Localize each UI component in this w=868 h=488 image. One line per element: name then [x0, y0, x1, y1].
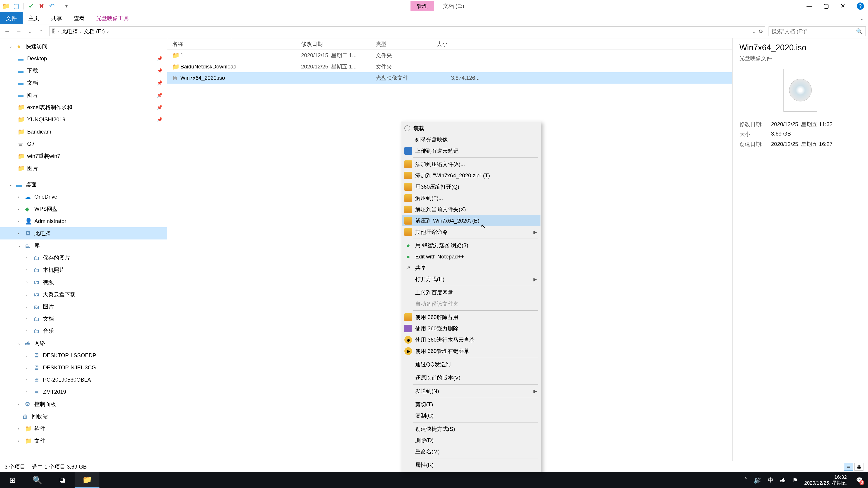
context-menu-item[interactable]: 用360压缩打开(Q) — [402, 181, 540, 193]
context-menu-item[interactable]: 解压到(F)... — [402, 193, 540, 204]
tab-home[interactable]: 主页 — [23, 12, 45, 24]
chevron-right-icon[interactable]: › — [107, 29, 109, 34]
context-menu-item[interactable]: 创建快捷方式(S) — [402, 423, 540, 435]
back-button[interactable]: ← — [2, 26, 12, 36]
chevron-right-icon[interactable]: › — [18, 438, 22, 443]
tree-files[interactable]: ›📁文件 — [0, 435, 167, 447]
properties-icon[interactable]: ▢ — [12, 2, 20, 10]
context-menu-item[interactable]: 发送到(N)▶ — [402, 385, 540, 397]
tree-libraries[interactable]: ⌄🗂库 — [0, 239, 167, 252]
file-row-selected[interactable]: 🗎 Win7x64_2020.iso 光盘映像文件 3,874,126... — [167, 72, 733, 84]
view-large-icons-button[interactable]: ▦ — [855, 463, 864, 470]
column-date[interactable]: 修改日期 — [301, 40, 376, 48]
taskbar-clock[interactable]: 16:32 2020/12/25, 星期五 — [804, 474, 847, 486]
chevron-right-icon[interactable]: › — [26, 292, 31, 297]
context-menu-item[interactable]: 删除(D) — [402, 435, 540, 446]
tree-item-g-drive[interactable]: 🖴G:\ — [0, 138, 167, 150]
search-icon[interactable]: 🔍 — [856, 28, 863, 35]
tree-recycle-bin[interactable]: 🗑回收站 — [0, 410, 167, 422]
volume-icon[interactable]: 🔊 — [754, 477, 762, 484]
file-row[interactable]: 📁 1 2020/12/15, 星期二 1... 文件夹 — [167, 50, 733, 61]
column-name[interactable]: 名称 — [172, 40, 301, 48]
context-menu-item[interactable]: 添加到 "Win7x64_2020.zip" (T) — [402, 170, 540, 181]
tree-net-pc2[interactable]: ›🖥DESKTOP-NJEU3CG — [0, 361, 167, 374]
undo-icon[interactable]: ↶ — [48, 2, 56, 10]
chevron-right-icon[interactable]: › — [26, 280, 31, 285]
context-menu-item[interactable]: ●用 蜂蜜浏览器 浏览(3) — [402, 240, 540, 251]
context-menu-item[interactable]: 添加到压缩文件(A)... — [402, 159, 540, 170]
column-size[interactable]: 大小 — [437, 40, 482, 48]
column-type[interactable]: 类型 — [376, 40, 437, 48]
context-menu-item[interactable]: 复制(C) — [402, 410, 540, 421]
breadcrumb-current[interactable]: 文档 (E:) — [83, 28, 105, 35]
file-row[interactable]: 📁 BaiduNetdiskDownload 2020/12/25, 星期五 1… — [167, 61, 733, 72]
network-icon[interactable]: 🖧 — [780, 477, 786, 484]
tree-item-pictures2[interactable]: 📁图片 — [0, 162, 167, 174]
tree-item-downloads[interactable]: ▬下载📌 — [0, 65, 167, 77]
chevron-right-icon[interactable]: › — [18, 195, 22, 199]
tree-net-pc3[interactable]: ›🖥PC-20190530OBLA — [0, 374, 167, 386]
chevron-down-icon[interactable]: ⌄ — [18, 243, 22, 248]
tree-net-pc1[interactable]: ›🖥DESKTOP-LSSOEDP — [0, 349, 167, 361]
context-menu-item[interactable]: 打开方式(H)▶ — [402, 273, 540, 285]
action-center-button[interactable]: 💬 3 — [853, 474, 866, 486]
search-button[interactable]: 🔍 — [25, 472, 50, 488]
chevron-right-icon[interactable]: › — [26, 256, 31, 260]
forward-button[interactable]: → — [13, 26, 24, 36]
context-menu-item[interactable]: ●Edit with Notepad++ — [402, 251, 540, 262]
chevron-right-icon[interactable]: › — [80, 29, 82, 34]
chevron-down-icon[interactable]: ⌄ — [9, 182, 13, 187]
close-button[interactable]: ✕ — [838, 2, 848, 10]
refresh-icon[interactable]: ⟳ — [759, 28, 763, 35]
tree-network[interactable]: ⌄🖧网络 — [0, 337, 167, 349]
tree-item-excel[interactable]: 📁excel表格制作求和📌 — [0, 101, 167, 113]
ime-icon[interactable]: 中 — [768, 477, 773, 484]
start-button[interactable]: ⊞ — [0, 472, 25, 488]
breadcrumb-dropdown-icon[interactable]: ⌄ — [752, 28, 756, 35]
context-menu-item[interactable]: 使用 360解除占用 — [402, 312, 540, 323]
chevron-right-icon[interactable]: › — [26, 304, 31, 309]
context-menu-item[interactable]: 剪切(T) — [402, 399, 540, 410]
tab-file[interactable]: 文件 — [0, 12, 23, 24]
context-menu-item[interactable]: 使用 360强力删除 — [402, 323, 540, 334]
context-menu-item[interactable]: ↗共享 — [402, 262, 540, 273]
check-icon[interactable]: ✔ — [27, 2, 35, 10]
tree-control-panel[interactable]: ›⚙控制面板 — [0, 398, 167, 410]
tree-item-bandicam[interactable]: 📁Bandicam — [0, 126, 167, 138]
maximize-button[interactable]: ▢ — [821, 2, 831, 10]
context-menu-item[interactable]: 装载 — [402, 123, 540, 134]
chevron-right-icon[interactable]: › — [26, 378, 31, 382]
chevron-down-icon[interactable]: ⌄ — [9, 44, 13, 49]
chevron-right-icon[interactable]: › — [26, 390, 31, 394]
tree-lib-videos[interactable]: ›🗂视频 — [0, 276, 167, 288]
tree-lib-cameraroll[interactable]: ›🗂本机照片 — [0, 264, 167, 276]
explorer-taskbar-button[interactable]: 📁 — [74, 472, 99, 488]
chevron-down-icon[interactable]: ⌄ — [18, 341, 22, 346]
tree-desktop-root[interactable]: ⌄▬桌面 — [0, 178, 167, 191]
task-view-button[interactable]: ⧉ — [50, 472, 74, 488]
view-details-button[interactable]: ≡ — [844, 463, 853, 470]
chevron-right-icon[interactable]: › — [26, 353, 31, 358]
chevron-right-icon[interactable]: › — [18, 426, 22, 431]
context-menu-item[interactable]: 还原以前的版本(V) — [402, 372, 540, 383]
breadcrumb-thispc[interactable]: 此电脑 — [61, 28, 79, 35]
context-menu-item[interactable]: 上传到百度网盘 — [402, 287, 540, 298]
tree-item-pictures[interactable]: ▬图片📌 — [0, 89, 167, 101]
chevron-right-icon[interactable]: › — [18, 231, 22, 236]
tree-administrator[interactable]: ›👤Administrator — [0, 215, 167, 227]
customize-qat-icon[interactable]: ▾ — [62, 2, 70, 10]
chevron-right-icon[interactable]: › — [26, 329, 31, 333]
delete-icon[interactable]: ✖ — [37, 2, 45, 10]
chevron-right-icon[interactable]: › — [26, 365, 31, 370]
ribbon-collapse-icon[interactable]: ⌄ — [855, 12, 868, 24]
recent-dropdown-icon[interactable]: ⌄ — [25, 26, 35, 36]
tab-disc-image-tools[interactable]: 光盘映像工具 — [90, 12, 135, 24]
tray-overflow-icon[interactable]: ˄ — [744, 477, 747, 484]
context-menu-item[interactable]: 上传到有道云笔记 — [402, 145, 540, 157]
tree-item-desktop[interactable]: ▬Desktop📌 — [0, 53, 167, 65]
tree-wps[interactable]: ›◆WPS网盘 — [0, 203, 167, 215]
security-icon[interactable]: ⚑ — [792, 477, 798, 484]
context-menu-item[interactable]: 其他压缩命令▶ — [402, 226, 540, 238]
tab-view[interactable]: 查看 — [68, 12, 90, 24]
chevron-right-icon[interactable]: › — [58, 29, 59, 34]
